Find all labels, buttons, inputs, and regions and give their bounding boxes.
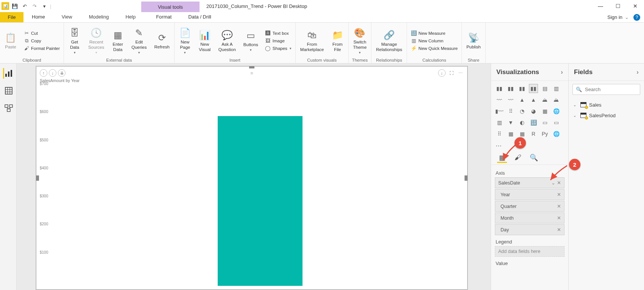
ask-question-button[interactable]: 💬Ask A Question [216, 28, 238, 53]
format-well-tab[interactable]: 🖌 [513, 153, 523, 163]
viz-type-17[interactable]: 🌐 [552, 107, 561, 116]
viz-type-11[interactable]: ⛰ [552, 95, 561, 104]
sign-in-link[interactable]: Sign in [607, 14, 622, 20]
undo-icon[interactable]: ↶ [20, 2, 29, 10]
switch-theme-button[interactable]: 🎨Switch Theme▾ [351, 26, 369, 56]
data-view-button[interactable] [3, 85, 14, 96]
viz-type-2[interactable]: ▮▮ [518, 84, 527, 93]
search-input[interactable] [585, 87, 644, 92]
paste-button[interactable]: 📋 Paste [2, 31, 19, 51]
axis-field-salesdate[interactable]: SalesDate ⌄✕ [495, 177, 564, 188]
close-button[interactable]: ✕ [627, 0, 644, 12]
visual-more-icon[interactable]: ⋯ [457, 69, 464, 77]
viz-type-25[interactable]: ▦ [506, 129, 515, 138]
viz-type-28[interactable]: Py [540, 129, 549, 138]
maximize-button[interactable]: ☐ [609, 0, 627, 12]
chevron-down-icon[interactable]: ⌄ [573, 103, 578, 107]
viz-type-15[interactable]: ◕ [529, 107, 538, 116]
fields-search[interactable]: 🔍 [572, 84, 640, 95]
viz-type-24[interactable]: ⠿ [495, 129, 504, 138]
legend-placeholder[interactable]: Add data fields here [495, 246, 564, 257]
remove-field-icon[interactable]: ✕ [557, 180, 561, 186]
fields-well-tab[interactable]: ▦ [497, 153, 507, 163]
viz-type-0[interactable]: ▮▮ [495, 84, 504, 93]
redo-icon[interactable]: ↷ [30, 2, 39, 10]
refresh-button[interactable]: ⟳Refresh [152, 31, 172, 51]
enter-data-button[interactable]: ▦Enter Data [109, 28, 126, 53]
chevron-down-icon[interactable]: ⌄ [573, 113, 578, 118]
cut-button[interactable]: ✂Cut [22, 30, 61, 37]
viz-type-14[interactable]: ◔ [518, 107, 527, 116]
new-page-button[interactable]: 📄New Page▾ [177, 26, 193, 56]
viz-type-1[interactable]: ▮▮ [506, 84, 515, 93]
save-icon[interactable]: 💾 [11, 2, 19, 10]
focus-mode-icon[interactable]: ⛶ [448, 69, 455, 77]
viz-type-4[interactable]: ▤ [540, 84, 549, 93]
publish-button[interactable]: 📡Publish [464, 31, 483, 51]
chevron-down-icon[interactable]: ⌄ [551, 180, 555, 186]
minimize-button[interactable]: — [592, 0, 609, 12]
collapse-pane-icon[interactable]: › [636, 68, 639, 76]
help-icon[interactable]: ? [633, 14, 640, 21]
resize-handle-left[interactable] [36, 175, 39, 181]
viz-type-3[interactable]: ▮▮ [529, 84, 538, 93]
viz-type-21[interactable]: 🔢 [529, 118, 538, 127]
recent-sources-button[interactable]: 🕓Recent Sources▾ [86, 26, 106, 56]
field-table-salesperiod[interactable]: ⌄SalesPeriod [572, 110, 641, 121]
file-tab[interactable]: File [0, 12, 23, 22]
new-quick-measure-button[interactable]: ⚡New Quick Measure [409, 45, 459, 52]
viz-type-20[interactable]: ◐ [518, 118, 527, 127]
viz-type-27[interactable]: R [529, 129, 538, 138]
resize-handle-right[interactable] [465, 175, 468, 181]
viz-type-8[interactable]: ▲ [518, 95, 527, 104]
qat-customize-icon[interactable]: ▾ [40, 2, 48, 10]
viz-type-9[interactable]: ▲ [529, 95, 538, 104]
remove-field-icon[interactable]: ✕ [557, 227, 561, 233]
axis-hierarchy-year[interactable]: Year✕ [495, 189, 564, 200]
viz-type-10[interactable]: ⛰ [540, 95, 549, 104]
viz-type-29[interactable]: 🌐 [552, 129, 561, 138]
viz-type-12[interactable]: ▮〰 [495, 107, 504, 116]
expand-all-icon[interactable]: ⇊ [58, 69, 65, 77]
new-visual-button[interactable]: 📊New Visual [196, 28, 213, 53]
tab-data-drill[interactable]: Data / Drill [180, 12, 220, 22]
remove-field-icon[interactable]: ✕ [557, 203, 561, 209]
viz-type-6[interactable]: 〰 [495, 95, 504, 104]
axis-hierarchy-day[interactable]: Day✕ [495, 224, 564, 235]
new-column-button[interactable]: ▥New Column [409, 37, 459, 44]
chart-bar[interactable] [218, 116, 303, 286]
tab-help[interactable]: Help [117, 12, 144, 22]
report-view-button[interactable] [3, 68, 14, 79]
manage-relationships-button[interactable]: 🔗Manage Relationships [374, 28, 404, 53]
viz-type-16[interactable]: ▦ [540, 107, 549, 116]
more-visuals-icon[interactable]: ⋯ [491, 141, 568, 150]
image-button[interactable]: 🖼Image [264, 37, 293, 44]
model-view-button[interactable] [3, 103, 14, 113]
shapes-button[interactable]: ◯Shapes▾ [264, 45, 293, 52]
drill-toggle-icon[interactable]: ↓ [438, 69, 446, 77]
drill-up-icon[interactable]: ↑ [40, 69, 47, 77]
viz-type-22[interactable]: ▭ [540, 118, 549, 127]
tab-format[interactable]: Format [148, 12, 180, 22]
new-measure-button[interactable]: 🔢New Measure [409, 30, 459, 37]
tab-home[interactable]: Home [23, 12, 53, 22]
viz-type-18[interactable]: ▥ [495, 118, 504, 127]
copy-button[interactable]: ⧉Copy [22, 37, 61, 44]
edit-queries-button[interactable]: ✎Edit Queries▾ [129, 26, 149, 56]
text-box-button[interactable]: 🅰Text box [264, 30, 293, 37]
report-canvas[interactable]: ↑ ↓ ⇊ ≡ ↓ ⛶ ⋯ SalesAmount by Year $700$6… [17, 64, 491, 290]
viz-type-19[interactable]: ▼ [506, 118, 515, 127]
buttons-button[interactable]: ▭Buttons▾ [241, 29, 260, 53]
axis-hierarchy-quarter[interactable]: Quarter✕ [495, 201, 564, 212]
remove-field-icon[interactable]: ✕ [557, 192, 561, 197]
remove-field-icon[interactable]: ✕ [557, 215, 561, 221]
get-data-button[interactable]: 🗄Get Data▾ [66, 26, 83, 56]
tab-view[interactable]: View [53, 12, 81, 22]
viz-type-13[interactable]: ⠿ [506, 107, 515, 116]
analytics-well-tab[interactable]: 🔍 [529, 153, 539, 163]
viz-type-5[interactable]: ▥ [552, 84, 561, 93]
chevron-down-icon[interactable]: ⌄ [625, 14, 629, 20]
tab-modeling[interactable]: Modeling [81, 12, 117, 22]
axis-hierarchy-month[interactable]: Month✕ [495, 212, 564, 223]
drill-down-icon[interactable]: ↓ [49, 69, 56, 77]
